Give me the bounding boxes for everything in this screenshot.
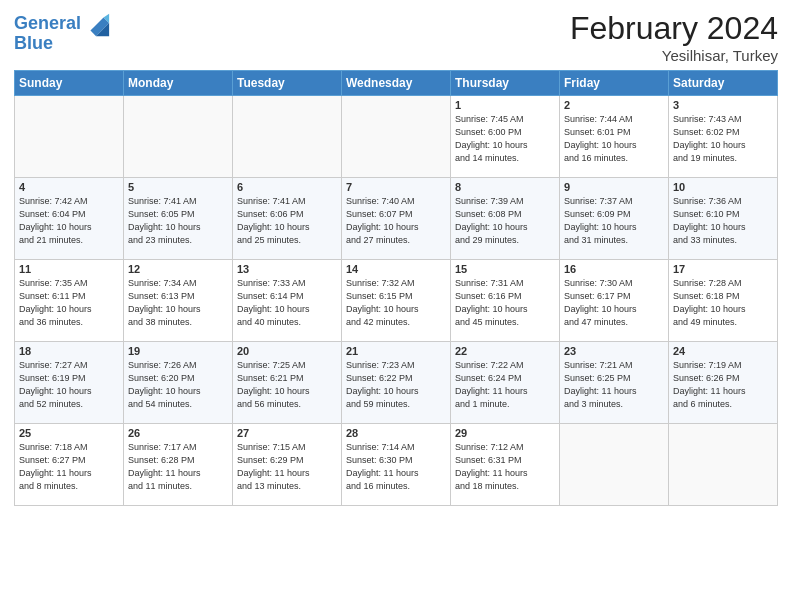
- day-number: 14: [346, 263, 446, 275]
- day-cell: [124, 96, 233, 178]
- day-cell: [560, 424, 669, 506]
- day-number: 29: [455, 427, 555, 439]
- day-number: 13: [237, 263, 337, 275]
- header-cell-saturday: Saturday: [669, 71, 778, 96]
- header-cell-sunday: Sunday: [15, 71, 124, 96]
- logo-icon: [83, 10, 111, 38]
- day-info: Sunrise: 7:25 AM Sunset: 6:21 PM Dayligh…: [237, 359, 337, 411]
- day-cell: [233, 96, 342, 178]
- day-info: Sunrise: 7:36 AM Sunset: 6:10 PM Dayligh…: [673, 195, 773, 247]
- day-number: 16: [564, 263, 664, 275]
- day-info: Sunrise: 7:28 AM Sunset: 6:18 PM Dayligh…: [673, 277, 773, 329]
- day-cell: 5Sunrise: 7:41 AM Sunset: 6:05 PM Daylig…: [124, 178, 233, 260]
- week-row-3: 18Sunrise: 7:27 AM Sunset: 6:19 PM Dayli…: [15, 342, 778, 424]
- day-info: Sunrise: 7:19 AM Sunset: 6:26 PM Dayligh…: [673, 359, 773, 411]
- calendar-table: SundayMondayTuesdayWednesdayThursdayFrid…: [14, 70, 778, 506]
- day-cell: 12Sunrise: 7:34 AM Sunset: 6:13 PM Dayli…: [124, 260, 233, 342]
- week-row-0: 1Sunrise: 7:45 AM Sunset: 6:00 PM Daylig…: [15, 96, 778, 178]
- day-number: 7: [346, 181, 446, 193]
- day-cell: 13Sunrise: 7:33 AM Sunset: 6:14 PM Dayli…: [233, 260, 342, 342]
- day-number: 18: [19, 345, 119, 357]
- day-number: 9: [564, 181, 664, 193]
- day-number: 26: [128, 427, 228, 439]
- day-number: 6: [237, 181, 337, 193]
- day-cell: 19Sunrise: 7:26 AM Sunset: 6:20 PM Dayli…: [124, 342, 233, 424]
- day-number: 23: [564, 345, 664, 357]
- day-cell: 26Sunrise: 7:17 AM Sunset: 6:28 PM Dayli…: [124, 424, 233, 506]
- day-info: Sunrise: 7:37 AM Sunset: 6:09 PM Dayligh…: [564, 195, 664, 247]
- logo-text: General: [14, 14, 81, 34]
- title-block: February 2024 Yesilhisar, Turkey: [570, 10, 778, 64]
- day-cell: 23Sunrise: 7:21 AM Sunset: 6:25 PM Dayli…: [560, 342, 669, 424]
- day-number: 2: [564, 99, 664, 111]
- day-info: Sunrise: 7:30 AM Sunset: 6:17 PM Dayligh…: [564, 277, 664, 329]
- day-info: Sunrise: 7:41 AM Sunset: 6:06 PM Dayligh…: [237, 195, 337, 247]
- day-info: Sunrise: 7:14 AM Sunset: 6:30 PM Dayligh…: [346, 441, 446, 493]
- week-row-2: 11Sunrise: 7:35 AM Sunset: 6:11 PM Dayli…: [15, 260, 778, 342]
- day-cell: 2Sunrise: 7:44 AM Sunset: 6:01 PM Daylig…: [560, 96, 669, 178]
- day-info: Sunrise: 7:12 AM Sunset: 6:31 PM Dayligh…: [455, 441, 555, 493]
- day-number: 8: [455, 181, 555, 193]
- day-cell: 9Sunrise: 7:37 AM Sunset: 6:09 PM Daylig…: [560, 178, 669, 260]
- day-number: 1: [455, 99, 555, 111]
- day-cell: [669, 424, 778, 506]
- day-info: Sunrise: 7:21 AM Sunset: 6:25 PM Dayligh…: [564, 359, 664, 411]
- day-info: Sunrise: 7:41 AM Sunset: 6:05 PM Dayligh…: [128, 195, 228, 247]
- day-number: 19: [128, 345, 228, 357]
- day-info: Sunrise: 7:45 AM Sunset: 6:00 PM Dayligh…: [455, 113, 555, 165]
- day-cell: 7Sunrise: 7:40 AM Sunset: 6:07 PM Daylig…: [342, 178, 451, 260]
- day-cell: 20Sunrise: 7:25 AM Sunset: 6:21 PM Dayli…: [233, 342, 342, 424]
- day-number: 21: [346, 345, 446, 357]
- header: General Blue February 2024 Yesilhisar, T…: [14, 10, 778, 64]
- header-cell-friday: Friday: [560, 71, 669, 96]
- day-cell: 28Sunrise: 7:14 AM Sunset: 6:30 PM Dayli…: [342, 424, 451, 506]
- day-number: 24: [673, 345, 773, 357]
- day-number: 27: [237, 427, 337, 439]
- day-cell: [15, 96, 124, 178]
- day-number: 10: [673, 181, 773, 193]
- day-cell: 14Sunrise: 7:32 AM Sunset: 6:15 PM Dayli…: [342, 260, 451, 342]
- day-cell: 6Sunrise: 7:41 AM Sunset: 6:06 PM Daylig…: [233, 178, 342, 260]
- day-cell: 25Sunrise: 7:18 AM Sunset: 6:27 PM Dayli…: [15, 424, 124, 506]
- day-cell: 18Sunrise: 7:27 AM Sunset: 6:19 PM Dayli…: [15, 342, 124, 424]
- day-info: Sunrise: 7:35 AM Sunset: 6:11 PM Dayligh…: [19, 277, 119, 329]
- day-cell: 3Sunrise: 7:43 AM Sunset: 6:02 PM Daylig…: [669, 96, 778, 178]
- day-cell: 29Sunrise: 7:12 AM Sunset: 6:31 PM Dayli…: [451, 424, 560, 506]
- day-number: 12: [128, 263, 228, 275]
- day-cell: 8Sunrise: 7:39 AM Sunset: 6:08 PM Daylig…: [451, 178, 560, 260]
- day-cell: [342, 96, 451, 178]
- day-info: Sunrise: 7:40 AM Sunset: 6:07 PM Dayligh…: [346, 195, 446, 247]
- week-row-1: 4Sunrise: 7:42 AM Sunset: 6:04 PM Daylig…: [15, 178, 778, 260]
- day-cell: 1Sunrise: 7:45 AM Sunset: 6:00 PM Daylig…: [451, 96, 560, 178]
- day-info: Sunrise: 7:44 AM Sunset: 6:01 PM Dayligh…: [564, 113, 664, 165]
- day-number: 5: [128, 181, 228, 193]
- day-info: Sunrise: 7:32 AM Sunset: 6:15 PM Dayligh…: [346, 277, 446, 329]
- day-info: Sunrise: 7:26 AM Sunset: 6:20 PM Dayligh…: [128, 359, 228, 411]
- day-info: Sunrise: 7:17 AM Sunset: 6:28 PM Dayligh…: [128, 441, 228, 493]
- day-cell: 10Sunrise: 7:36 AM Sunset: 6:10 PM Dayli…: [669, 178, 778, 260]
- day-info: Sunrise: 7:15 AM Sunset: 6:29 PM Dayligh…: [237, 441, 337, 493]
- day-info: Sunrise: 7:18 AM Sunset: 6:27 PM Dayligh…: [19, 441, 119, 493]
- day-cell: 22Sunrise: 7:22 AM Sunset: 6:24 PM Dayli…: [451, 342, 560, 424]
- day-cell: 16Sunrise: 7:30 AM Sunset: 6:17 PM Dayli…: [560, 260, 669, 342]
- day-number: 20: [237, 345, 337, 357]
- day-number: 25: [19, 427, 119, 439]
- day-cell: 15Sunrise: 7:31 AM Sunset: 6:16 PM Dayli…: [451, 260, 560, 342]
- day-number: 4: [19, 181, 119, 193]
- day-number: 22: [455, 345, 555, 357]
- day-cell: 11Sunrise: 7:35 AM Sunset: 6:11 PM Dayli…: [15, 260, 124, 342]
- day-info: Sunrise: 7:39 AM Sunset: 6:08 PM Dayligh…: [455, 195, 555, 247]
- logo: General Blue: [14, 10, 111, 54]
- day-info: Sunrise: 7:42 AM Sunset: 6:04 PM Dayligh…: [19, 195, 119, 247]
- header-cell-monday: Monday: [124, 71, 233, 96]
- day-cell: 4Sunrise: 7:42 AM Sunset: 6:04 PM Daylig…: [15, 178, 124, 260]
- header-cell-thursday: Thursday: [451, 71, 560, 96]
- day-info: Sunrise: 7:31 AM Sunset: 6:16 PM Dayligh…: [455, 277, 555, 329]
- day-info: Sunrise: 7:34 AM Sunset: 6:13 PM Dayligh…: [128, 277, 228, 329]
- day-cell: 21Sunrise: 7:23 AM Sunset: 6:22 PM Dayli…: [342, 342, 451, 424]
- calendar-title: February 2024: [570, 10, 778, 47]
- header-row: SundayMondayTuesdayWednesdayThursdayFrid…: [15, 71, 778, 96]
- day-info: Sunrise: 7:23 AM Sunset: 6:22 PM Dayligh…: [346, 359, 446, 411]
- day-number: 17: [673, 263, 773, 275]
- day-cell: 27Sunrise: 7:15 AM Sunset: 6:29 PM Dayli…: [233, 424, 342, 506]
